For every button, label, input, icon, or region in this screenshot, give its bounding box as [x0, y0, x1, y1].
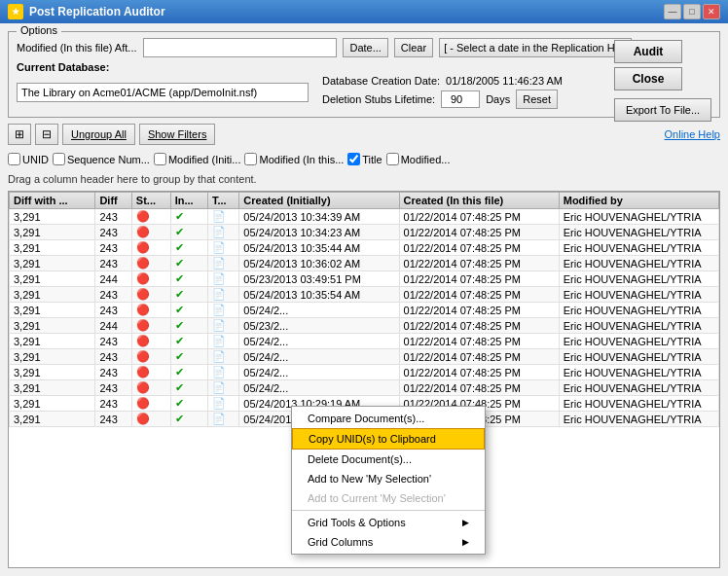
ctx-compare-documents[interactable]: Compare Document(s)... [292, 409, 485, 428]
close-window-button[interactable]: ✕ [703, 4, 720, 19]
table-cell: 243 [95, 240, 131, 256]
table-cell: ✔ [170, 209, 207, 225]
select-date-label: [ - Select a date in the Replication Hi [444, 42, 617, 54]
table-cell: 01/22/2014 07:48:25 PM [399, 349, 559, 365]
ctx-delete-documents[interactable]: Delete Document(s)... [292, 450, 485, 469]
col-header-t[interactable]: T... [207, 193, 238, 209]
titlebar-controls[interactable]: — □ ✕ [664, 4, 720, 19]
table-cell: 05/23/2013 03:49:51 PM [239, 271, 399, 287]
table-cell: 3,291 [10, 271, 95, 287]
export-button[interactable]: Export To File... [614, 98, 711, 122]
table-cell: 🔴 [131, 240, 170, 256]
table-row[interactable]: 3,291244🔴✔📄05/23/2013 03:49:51 PM01/22/2… [10, 271, 719, 287]
table-cell: 3,291 [10, 225, 95, 240]
date-button[interactable]: Date... [343, 38, 387, 57]
table-cell: Eric HOUVENAGHEL/YTRIA [559, 303, 718, 318]
table-cell: 3,291 [10, 380, 95, 396]
table-cell: 🔴 [131, 380, 170, 396]
deletion-stubs-spinbox[interactable] [441, 90, 480, 108]
table-row[interactable]: 3,291243🔴✔📄05/24/2...01/22/2014 07:48:25… [10, 334, 719, 349]
table-cell: 3,291 [10, 349, 95, 365]
table-cell: 📄 [207, 334, 238, 349]
table-cell: 01/22/2014 07:48:25 PM [399, 380, 559, 396]
table-cell: 🔴 [131, 287, 170, 303]
titlebar: ★ Post Replication Auditor — □ ✕ [0, 0, 728, 23]
online-help-link[interactable]: Online Help [665, 128, 720, 140]
table-cell: 05/24/2013 10:35:54 AM [239, 287, 399, 303]
tool-icon-2[interactable]: ⊟ [35, 124, 58, 145]
clear-button[interactable]: Clear [394, 38, 433, 57]
table-cell: ✔ [170, 303, 207, 318]
table-row[interactable]: 3,291243🔴✔📄05/24/2...01/22/2014 07:48:25… [10, 365, 719, 380]
table-row[interactable]: 3,291244🔴✔📄05/23/2...01/22/2014 07:48:25… [10, 318, 719, 334]
options-row3: Database Creation Date: 01/18/2005 11:46… [17, 75, 632, 109]
table-cell: 📄 [207, 365, 238, 380]
show-filters-button[interactable]: Show Filters [139, 124, 216, 145]
ctx-grid-tools[interactable]: Grid Tools & Options ▶ [292, 513, 485, 532]
col-header-modified-by[interactable]: Modified by [559, 193, 718, 209]
select-date-dropdown[interactable]: [ - Select a date in the Replication Hi … [439, 38, 632, 57]
table-cell: 01/22/2014 07:48:25 PM [399, 256, 559, 271]
table-row[interactable]: 3,291243🔴✔📄05/24/2013 10:35:54 AM01/22/2… [10, 287, 719, 303]
table-cell: 3,291 [10, 318, 95, 334]
reset-button[interactable]: Reset [516, 90, 558, 109]
col-check-mod-init: Modified (Initi... [154, 153, 241, 165]
ctx-copy-unid[interactable]: Copy UNID(s) to Clipboard [292, 428, 485, 450]
table-container[interactable]: Diff with ... Diff St... In... T... Crea… [8, 191, 720, 568]
col-checkbox-mod-this[interactable] [244, 153, 257, 165]
ctx-grid-tools-arrow-icon: ▶ [462, 518, 469, 527]
table-row[interactable]: 3,291243🔴✔📄05/24/2013 10:34:23 AM01/22/2… [10, 225, 719, 240]
col-checkbox-unid[interactable] [8, 153, 20, 165]
col-label-seq: Sequence Num... [67, 154, 150, 165]
options-row1: Modified (In this file) Aft... Date... C… [17, 38, 632, 57]
ctx-add-current-label: Add to Current 'My Selection' [308, 492, 446, 504]
col-checkbox-mod-init[interactable] [154, 153, 166, 165]
col-header-diff[interactable]: Diff [95, 193, 131, 209]
modified-input[interactable] [143, 38, 338, 57]
table-row[interactable]: 3,291243🔴✔📄05/24/2...01/22/2014 07:48:25… [10, 303, 719, 318]
table-cell: Eric HOUVENAGHEL/YTRIA [559, 318, 718, 334]
table-cell: 3,291 [10, 303, 95, 318]
table-cell: 243 [95, 334, 131, 349]
col-checkbox-modified[interactable] [386, 153, 399, 165]
col-header-created-init[interactable]: Created (Initially) [239, 193, 399, 209]
table-cell: Eric HOUVENAGHEL/YTRIA [559, 396, 718, 412]
table-cell: ✔ [170, 334, 207, 349]
table-cell: 3,291 [10, 365, 95, 380]
table-cell: 📄 [207, 396, 238, 412]
table-row[interactable]: 3,291243🔴✔📄05/24/2...01/22/2014 07:48:25… [10, 349, 719, 365]
table-cell: ✔ [170, 396, 207, 412]
col-header-st[interactable]: St... [131, 193, 170, 209]
ctx-add-new-selection[interactable]: Add to New 'My Selection' [292, 469, 485, 488]
table-row[interactable]: 3,291243🔴✔📄05/24/2...01/22/2014 07:48:25… [10, 380, 719, 396]
table-cell: 243 [95, 209, 131, 225]
right-buttons: Audit Close Export To File... [614, 40, 711, 122]
col-header-diff-with[interactable]: Diff with ... [10, 193, 95, 209]
table-row[interactable]: 3,291243🔴✔📄05/24/2013 10:35:44 AM01/22/2… [10, 240, 719, 256]
deletion-stubs-row: Deletion Stubs Lifetime: Days Reset [322, 90, 563, 109]
ungroup-all-button[interactable]: Ungroup All [62, 124, 135, 145]
table-row[interactable]: 3,291243🔴✔📄05/24/2013 10:34:39 AM01/22/2… [10, 209, 719, 225]
col-header-created-this[interactable]: Created (In this file) [399, 193, 559, 209]
ctx-copy-unid-label: Copy UNID(s) to Clipboard [309, 433, 436, 445]
col-header-in[interactable]: In... [170, 193, 207, 209]
minimize-button[interactable]: — [664, 4, 681, 19]
col-check-mod-this: Modified (In this... [244, 153, 344, 165]
col-checkbox-title[interactable] [347, 153, 360, 165]
db-input[interactable] [17, 83, 309, 102]
table-cell: 📄 [207, 225, 238, 240]
table-row[interactable]: 3,291243🔴✔📄05/24/2013 10:36:02 AM01/22/2… [10, 256, 719, 271]
table-cell: 🔴 [131, 256, 170, 271]
data-table: Diff with ... Diff St... In... T... Crea… [9, 192, 719, 427]
table-cell: 🔴 [131, 318, 170, 334]
main-window: Options Modified (In this file) Aft... D… [0, 23, 728, 576]
table-cell: 🔴 [131, 334, 170, 349]
audit-button[interactable]: Audit [614, 40, 682, 63]
ctx-grid-columns[interactable]: Grid Columns ▶ [292, 532, 485, 552]
col-check-title: Title [347, 153, 382, 165]
tool-icon-1[interactable]: ⊞ [8, 124, 31, 145]
maximize-button[interactable]: □ [683, 4, 701, 19]
col-checkbox-seq[interactable] [53, 153, 65, 165]
table-cell: 01/22/2014 07:48:25 PM [399, 334, 559, 349]
close-button[interactable]: Close [614, 67, 682, 90]
